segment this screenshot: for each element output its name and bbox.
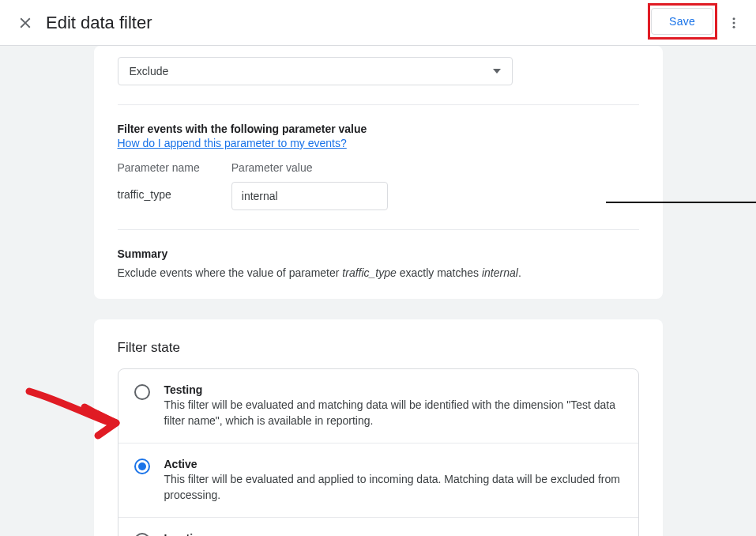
radio-title: Inactive <box>164 532 622 536</box>
filter-state-option-testing[interactable]: Testing This filter will be evaluated an… <box>118 369 638 443</box>
filter-state-card: Filter state Testing This filter will be… <box>94 319 663 536</box>
radio-desc: This filter will be evaluated and matchi… <box>164 398 622 428</box>
divider <box>118 229 639 230</box>
more-menu-button[interactable] <box>718 7 750 39</box>
dialog-header: Edit data filter Save <box>0 0 756 46</box>
annotation-line <box>606 202 756 203</box>
parameter-value-input[interactable] <box>231 182 388 210</box>
summary-text: Exclude events where the value of parame… <box>118 265 639 281</box>
parameter-value-label: Parameter value <box>231 161 388 174</box>
chevron-down-icon <box>493 67 501 75</box>
help-link-append-parameter[interactable]: How do I append this parameter to my eve… <box>118 137 347 149</box>
filter-operation-value: Exclude <box>130 65 169 77</box>
filter-state-heading: Filter state <box>118 340 639 356</box>
parameter-name-label: Parameter name <box>118 161 200 174</box>
svg-point-0 <box>733 17 735 20</box>
filter-state-radio-group: Testing This filter will be evaluated an… <box>118 368 639 536</box>
radio-title: Testing <box>164 383 622 396</box>
close-button[interactable] <box>9 7 41 39</box>
content-area: Exclude Filter events with the following… <box>0 46 756 536</box>
filter-state-option-active[interactable]: Active This filter will be evaluated and… <box>118 443 638 517</box>
dialog-title: Edit data filter <box>46 13 152 33</box>
filter-config-card: Exclude Filter events with the following… <box>94 46 663 299</box>
more-vert-icon <box>727 16 741 30</box>
filter-operation-select[interactable]: Exclude <box>118 57 513 85</box>
parameter-name-value: traffic_type <box>118 182 200 201</box>
divider <box>118 104 639 105</box>
close-icon <box>17 14 34 32</box>
radio-title: Active <box>164 458 622 470</box>
svg-point-1 <box>733 22 735 25</box>
radio-icon <box>134 533 150 536</box>
radio-icon <box>134 384 150 400</box>
svg-point-2 <box>733 26 735 28</box>
radio-icon <box>134 459 150 474</box>
save-button[interactable]: Save <box>651 8 713 35</box>
radio-desc: This filter will be evaluated and applie… <box>164 472 622 503</box>
filter-events-heading: Filter events with the following paramet… <box>118 123 639 135</box>
filter-state-option-inactive[interactable]: Inactive This filter will not be evaluat… <box>118 517 638 536</box>
summary-heading: Summary <box>118 247 639 260</box>
